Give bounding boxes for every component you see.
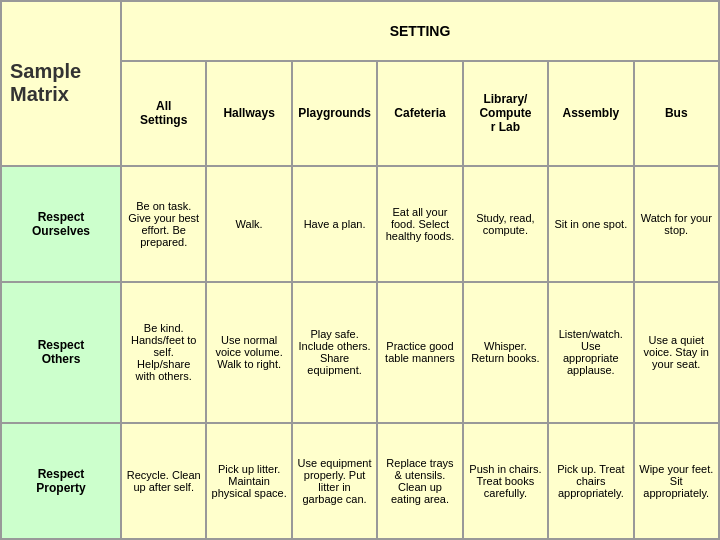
cell-property-library: Push in chairs. Treat books carefully. (463, 423, 548, 539)
cell-ourselves-hallways: Walk. (206, 166, 291, 282)
cell-property-cafeteria: Replace trays & utensils. Clean up eatin… (377, 423, 462, 539)
title-cell: Sample Matrix (1, 1, 121, 166)
cell-others-assembly: Listen/watch. Use appropriate applause. (548, 282, 633, 423)
col-header-hallways: Hallways (206, 61, 291, 165)
cell-property-hallways: Pick up litter. Maintain physical space. (206, 423, 291, 539)
cell-ourselves-library: Study, read, compute. (463, 166, 548, 282)
row-header-respect-property: RespectProperty (1, 423, 121, 539)
cell-others-cafeteria: Practice good table manners (377, 282, 462, 423)
setting-header: SETTING (121, 1, 719, 61)
cell-ourselves-all: Be on task. Give your best effort. Be pr… (121, 166, 206, 282)
title-line1: Sample (10, 60, 81, 82)
cell-others-bus: Use a quiet voice. Stay in your seat. (634, 282, 719, 423)
cell-ourselves-playgrounds: Have a plan. (292, 166, 377, 282)
cell-property-all: Recycle. Clean up after self. (121, 423, 206, 539)
col-header-assembly: Assembly (548, 61, 633, 165)
cell-property-playgrounds: Use equipment properly. Put litter in ga… (292, 423, 377, 539)
row-header-respect-ourselves: RespectOurselves (1, 166, 121, 282)
cell-property-assembly: Pick up. Treat chairs appropriately. (548, 423, 633, 539)
cell-others-library: Whisper. Return books. (463, 282, 548, 423)
col-header-playgrounds: Playgrounds (292, 61, 377, 165)
cell-others-all: Be kind. Hands/feet to self. Help/share … (121, 282, 206, 423)
title-line2: Matrix (10, 83, 69, 105)
col-header-bus: Bus (634, 61, 719, 165)
cell-ourselves-bus: Watch for your stop. (634, 166, 719, 282)
col-header-library: Library/Computer Lab (463, 61, 548, 165)
cell-others-hallways: Use normal voice volume. Walk to right. (206, 282, 291, 423)
cell-ourselves-cafeteria: Eat all your food. Select healthy foods. (377, 166, 462, 282)
cell-ourselves-assembly: Sit in one spot. (548, 166, 633, 282)
cell-others-playgrounds: Play safe. Include others. Share equipme… (292, 282, 377, 423)
cell-property-bus: Wipe your feet. Sit appropriately. (634, 423, 719, 539)
col-header-all-settings: AllSettings (121, 61, 206, 165)
row-header-respect-others: RespectOthers (1, 282, 121, 423)
col-header-cafeteria: Cafeteria (377, 61, 462, 165)
